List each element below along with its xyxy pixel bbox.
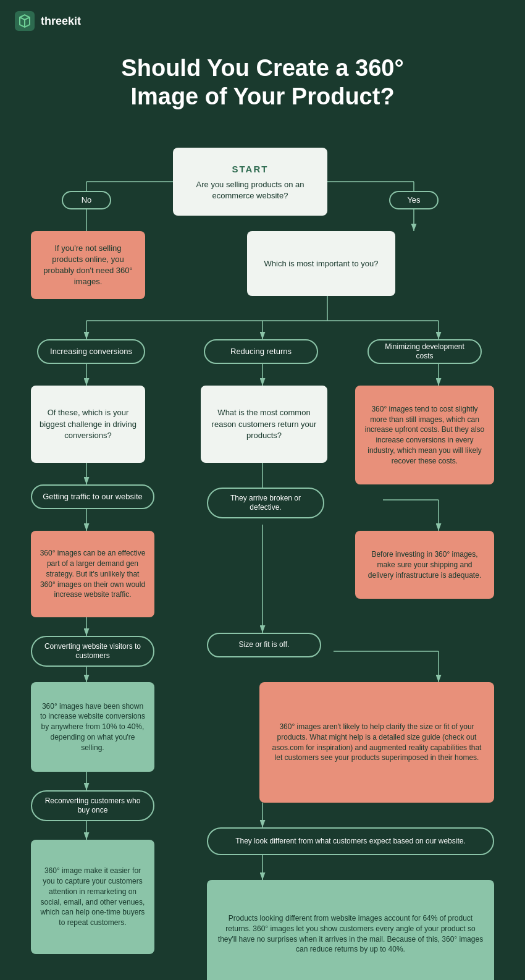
of-these-box: Of these, which is your biggest challeng… [31, 386, 145, 463]
main-title: Should You Create a 360° Image of Your P… [49, 54, 476, 111]
title-section: Should You Create a 360° Image of Your P… [0, 42, 525, 129]
logo-text: threekit [41, 15, 81, 28]
yes-pill: Yes [389, 191, 439, 209]
no-result-box: If you're not selling products online, y… [31, 231, 145, 299]
start-label: START [232, 163, 269, 175]
broken-info-box: Before investing in 360° images, make su… [355, 531, 494, 599]
page-wrapper: threekit Should You Create a 360° Image … [0, 0, 525, 980]
pill-look-diff: They look different from what customers … [207, 827, 494, 855]
pill-size: Size or fit is off. [207, 633, 321, 657]
start-box: START Are you selling products on an eco… [173, 148, 327, 216]
common-reason-box: What is the most common reason customers… [201, 386, 327, 463]
pill-traffic: Getting traffic to our website [31, 484, 154, 509]
flowchart: START Are you selling products on an eco… [0, 129, 525, 980]
pill-reducing-returns: Reducing returns [204, 339, 318, 364]
header: threekit [0, 0, 525, 42]
pill-minimizing-costs: Minimizing development costs [368, 339, 482, 364]
start-question: Are you selling products on an ecommerce… [182, 179, 319, 201]
size-info-box: 360° images aren't likely to help clarif… [259, 682, 494, 803]
look-info-box: Products looking different from website … [207, 880, 494, 980]
pill-increasing-conversions: Increasing conversions [37, 339, 145, 364]
pill-converting: Converting website visitors to customers [31, 636, 154, 667]
flowchart-container: START Are you selling products on an eco… [19, 129, 506, 980]
traffic-info-box: 360° images can be an effective part of … [31, 531, 154, 617]
no-pill: No [62, 191, 111, 209]
pill-broken: They arrive broken or defective. [207, 488, 324, 518]
converting-info-box: 360° images have been shown to increase … [31, 682, 154, 772]
pill-reconverting: Reconverting customers who buy once [31, 790, 154, 821]
threekit-logo-icon [15, 11, 35, 31]
reconverting-info-box: 360° image make it easier for you to cap… [31, 840, 154, 954]
which-important-box: Which is most important to you? [247, 231, 395, 296]
cost-info-box: 360° images tend to cost slightly more t… [355, 386, 494, 484]
